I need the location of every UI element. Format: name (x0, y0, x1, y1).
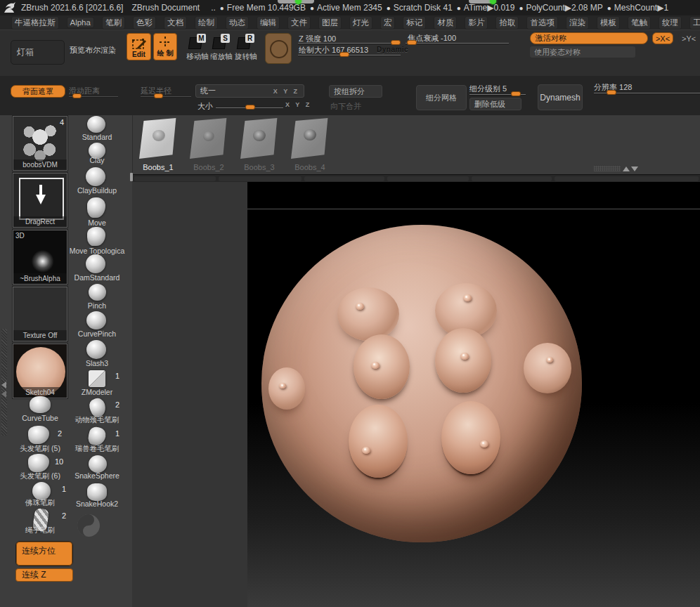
menu-marker[interactable]: 标记 (403, 16, 426, 30)
tray-collapse-arrow-icon[interactable] (1, 391, 6, 398)
bullet-icon: ● (220, 4, 224, 12)
dynamic-mode-label[interactable]: Dynamic (377, 46, 408, 53)
alpha-slot-brushalpha[interactable]: 3D ~BrushAlpha (13, 230, 67, 285)
menu-edit[interactable]: 编辑 (257, 16, 280, 30)
z-intensity-slider[interactable] (298, 43, 401, 44)
menu-preferences[interactable]: 首选项 (526, 16, 558, 30)
z-intensity-handle[interactable] (391, 40, 401, 45)
uniform-label: 统一 (200, 86, 216, 96)
menu-tool[interactable]: 工具 (689, 16, 700, 30)
slide-distance-handle[interactable] (72, 93, 82, 98)
tray-divider-handle[interactable] (130, 173, 133, 181)
uniform-mode-button[interactable]: 统一 X Y Z (195, 84, 304, 98)
divide-button[interactable]: 细分网格 (416, 85, 467, 110)
move-axis-button[interactable]: M (189, 34, 206, 49)
tray-collapse-arrow-icon[interactable] (1, 381, 6, 389)
draw-size-handle[interactable] (339, 52, 349, 57)
menu-macro[interactable]: 宏 (380, 16, 396, 30)
rotate-axis-button[interactable]: R (238, 34, 254, 49)
brush-icon-damstandard[interactable] (86, 254, 105, 273)
menu-material[interactable]: 材质 (434, 16, 457, 30)
merge-down-button[interactable]: 向下合并 (330, 101, 361, 112)
brush-icon-pinch[interactable] (89, 284, 106, 301)
backface-mask-button[interactable]: 背面遮罩 (11, 85, 65, 98)
shelf-scroll-down-icon[interactable] (631, 167, 638, 171)
zbrush-logo-icon (3, 1, 17, 14)
shelf-scroll-up-icon[interactable] (623, 167, 630, 171)
preview-boolean-button[interactable]: 预览布尔渲染 (70, 45, 116, 56)
uniform-xyz-toggle[interactable]: X Y Z (273, 88, 299, 95)
lightbox-button[interactable]: 灯箱 (11, 40, 65, 65)
activate-symmetry-button[interactable]: 激活对称 (530, 32, 648, 44)
size-handle[interactable] (245, 105, 255, 110)
menu-stencil[interactable]: 模板 (597, 16, 620, 30)
sculpt-bump (354, 334, 410, 399)
menu-custom[interactable]: 牛逼格拉斯 (11, 16, 59, 30)
split-by-group-button[interactable]: 按组拆分 (329, 85, 382, 98)
brush-icon-snakesphere[interactable] (89, 455, 107, 473)
resolution-handle[interactable] (607, 90, 616, 95)
symmetry-y-button[interactable]: >Y< (678, 32, 700, 44)
brush-slot-boobsvdm[interactable]: 4 boobsVDM (13, 116, 67, 171)
delete-lower-button[interactable]: 删除低级 (469, 98, 521, 110)
sculpt-canvas[interactable] (247, 182, 700, 607)
use-posable-symmetry-button[interactable]: 使用姿态对称 (530, 46, 635, 58)
shelf-scroll-grip[interactable] (594, 166, 621, 171)
brush-icon-claybuildup[interactable] (86, 167, 105, 186)
brush-label-beastcurlfur: 瑞兽卷毛笔刷 (62, 444, 132, 454)
edit-mode-button[interactable]: Edit (127, 33, 151, 60)
menu-alpha[interactable]: Alpha (67, 17, 94, 28)
symmetry-x-button[interactable]: >X< (652, 32, 673, 44)
focal-shift-slider[interactable] (406, 43, 509, 44)
draw-size-slider[interactable] (298, 55, 401, 56)
tool-thumb-boobs1[interactable] (139, 118, 177, 159)
sculpt-sphere-model[interactable] (261, 225, 582, 542)
stroke-continuous-orientation-button[interactable]: 连续方位 (15, 541, 73, 566)
menu-render[interactable]: 渲染 (566, 16, 589, 30)
brush-icon-zmodeler[interactable] (89, 370, 105, 387)
stroke-continuous-z-button[interactable]: 连续 Z (15, 568, 73, 582)
material-slot-sketch04[interactable]: Sketch04 (13, 344, 67, 398)
scale-axis-button[interactable]: S (213, 34, 230, 49)
menu-file[interactable]: 文件 (287, 16, 311, 30)
edit-gizmo-icon (131, 38, 147, 51)
size-xyz-toggle[interactable]: X Y Z (285, 101, 311, 108)
tool-thumb-boobs4[interactable] (291, 118, 329, 159)
subdiv-level-handle[interactable] (511, 91, 521, 96)
thumb-bump (203, 131, 214, 141)
brush-icon-snakehook2[interactable] (87, 483, 107, 501)
menu-layer[interactable]: 图层 (318, 16, 342, 30)
menu-brush[interactable]: 笔刷 (102, 16, 125, 30)
draw-mode-button[interactable]: 绘 制 (153, 33, 177, 60)
brush-icon-slash3[interactable] (86, 340, 106, 359)
tool-thumb-boobs2[interactable] (190, 118, 228, 159)
menu-light[interactable]: 灯光 (349, 16, 372, 30)
menu-color[interactable]: 色彩 (133, 16, 156, 30)
menu-stroke[interactable]: 笔触 (628, 16, 651, 30)
brush-icon-standard[interactable] (87, 116, 105, 133)
sculpt-nipple (463, 294, 472, 301)
brush-label-curvepinch: CurvePinch (62, 329, 132, 338)
bullet-icon: ● (457, 4, 461, 12)
menu-dynamics[interactable]: 动态 (226, 16, 249, 30)
lazy-radius-slider[interactable] (141, 96, 191, 97)
sculpt-nipple (279, 383, 286, 389)
brush-icon-curvetube[interactable] (30, 396, 51, 413)
tool-thumb-boobs3[interactable] (240, 118, 278, 159)
texture-slot-off[interactable]: Texture Off (13, 287, 67, 341)
menu-picker[interactable]: 拾取 (495, 16, 519, 30)
divider-segment (304, 176, 384, 181)
stroke-type-icon[interactable] (76, 513, 101, 538)
menu-movie[interactable]: 影片 (465, 16, 488, 30)
focal-shift-handle[interactable] (407, 40, 417, 45)
stroke-slot-dragrect[interactable]: DragRect (13, 173, 67, 228)
lazy-radius-handle[interactable] (154, 93, 163, 98)
brush-label-damstandard: DamStandard (62, 273, 132, 282)
dynamesh-button[interactable]: Dynamesh (538, 84, 583, 110)
menu-texture[interactable]: 纹理 (659, 16, 682, 30)
menu-draw[interactable]: 绘制 (195, 16, 218, 30)
menu-document[interactable]: 文档 (164, 16, 187, 30)
current-brush-tile[interactable] (265, 33, 292, 64)
brush-icon-curvepinch[interactable] (86, 311, 106, 329)
bullet-icon: ● (607, 4, 611, 12)
